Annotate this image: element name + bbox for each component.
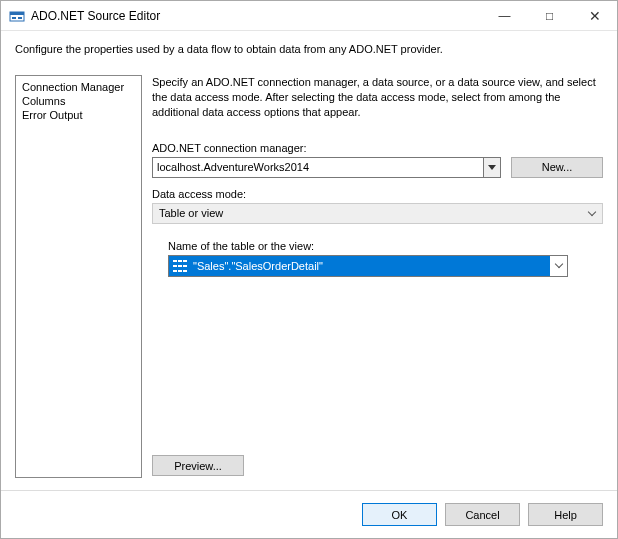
sidebar-item-connection-manager[interactable]: Connection Manager [22,80,135,94]
minimize-button[interactable]: ― [482,1,527,30]
app-icon [9,8,25,24]
data-access-mode-dropdown[interactable]: Table or view [152,203,603,224]
svg-rect-2 [12,17,16,19]
ok-button[interactable]: OK [362,503,437,526]
window-controls: ― □ ✕ [482,1,617,30]
svg-rect-3 [18,17,22,19]
data-access-mode-value: Table or view [159,207,223,219]
table-name-value: "Sales"."SalesOrderDetail" [193,260,323,272]
sidebar-item-columns[interactable]: Columns [22,94,135,108]
table-icon [173,260,187,272]
help-button[interactable]: Help [528,503,603,526]
maximize-button[interactable]: □ [527,1,572,30]
dialog-window: ADO.NET Source Editor ― □ ✕ Configure th… [0,0,618,539]
panel-intro-text: Specify an ADO.NET connection manager, a… [152,75,603,120]
cancel-button[interactable]: Cancel [445,503,520,526]
titlebar: ADO.NET Source Editor ― □ ✕ [1,1,617,31]
close-button[interactable]: ✕ [572,1,617,30]
chevron-down-icon [588,209,596,217]
window-title: ADO.NET Source Editor [31,9,482,23]
dialog-body: Connection Manager Columns Error Output … [1,75,617,478]
sidebar-nav: Connection Manager Columns Error Output [15,75,142,478]
chevron-down-icon [550,256,567,276]
connection-manager-dropdown[interactable]: localhost.AdventureWorks2014 [152,157,501,178]
new-connection-button[interactable]: New... [511,157,603,178]
dialog-description: Configure the properties used by a data … [1,31,617,75]
connection-manager-value: localhost.AdventureWorks2014 [153,161,483,173]
table-name-label: Name of the table or the view: [168,240,603,252]
dropdown-arrow-icon [483,158,500,177]
svg-rect-1 [10,12,24,15]
main-panel: Specify an ADO.NET connection manager, a… [152,75,603,478]
table-name-dropdown[interactable]: "Sales"."SalesOrderDetail" [168,255,568,277]
connection-manager-label: ADO.NET connection manager: [152,142,603,154]
preview-button[interactable]: Preview... [152,455,244,476]
dialog-footer: OK Cancel Help [1,490,617,538]
sidebar-item-error-output[interactable]: Error Output [22,108,135,122]
data-access-mode-label: Data access mode: [152,188,603,200]
